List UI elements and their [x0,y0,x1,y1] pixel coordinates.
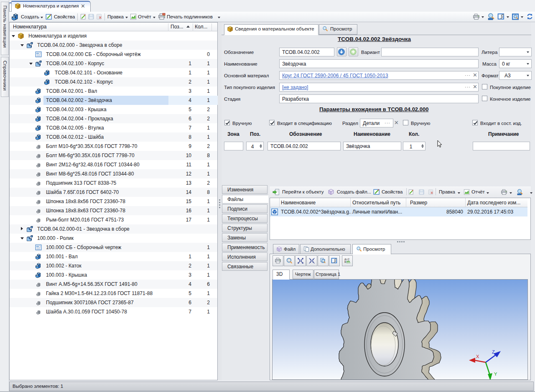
svg-text:X: X [476,354,479,359]
svg-text:Z: Z [492,349,495,354]
svg-text:Y: Y [494,372,497,377]
